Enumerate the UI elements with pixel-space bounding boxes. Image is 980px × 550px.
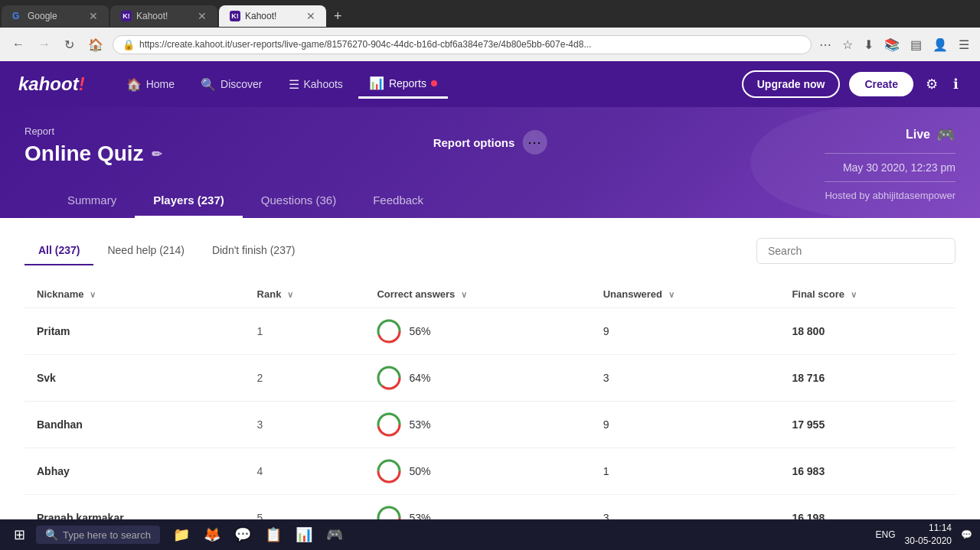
tab-bar: G Google ✕ K! Kahoot! ✕ K! Kahoot! ✕ + <box>0 0 980 28</box>
nav-bar: ← → ↻ 🏠 🔒 https://create.kahoot.it/user-… <box>0 28 980 61</box>
report-options-dots-icon: ⋯ <box>522 130 547 155</box>
table-row: Pritam 1 56% 9 18 800 <box>24 308 956 355</box>
address-bar[interactable]: 🔒 https://create.kahoot.it/user-reports/… <box>113 35 812 54</box>
filter-need-help[interactable]: Need help (214) <box>93 236 198 265</box>
tab-kahoot-2[interactable]: K! Kahoot! ✕ <box>219 5 326 27</box>
correct-pct-1: 64% <box>409 372 430 384</box>
taskbar-app-zoom[interactable]: 💬 <box>229 521 256 548</box>
home-icon: 🏠 <box>126 77 142 92</box>
nav-kahoots[interactable]: ☰ Kahoots <box>278 71 354 98</box>
cell-correct-0: 56% <box>364 308 590 355</box>
unanswered-sort-icon: ∨ <box>668 290 675 299</box>
nav-reports[interactable]: 📊 Reports <box>358 70 448 99</box>
settings-button[interactable]: ⚙ <box>923 73 941 96</box>
tab-google-title: Google <box>28 11 84 21</box>
col-unanswered[interactable]: Unanswered ∨ <box>591 281 780 308</box>
sidebar-button[interactable]: ▤ <box>907 34 925 55</box>
live-text: Live <box>906 128 930 142</box>
extensions-button[interactable]: ⋯ <box>816 34 835 55</box>
nav-links: 🏠 Home 🔍 Discover ☰ Kahoots 📊 Reports <box>116 70 742 99</box>
col-rank[interactable]: Rank ∨ <box>245 281 365 308</box>
forward-button[interactable]: → <box>34 34 55 54</box>
taskbar-app-powerpoint[interactable]: 📊 <box>290 521 318 548</box>
correct-pct-0: 56% <box>409 325 430 337</box>
donut-chart-1 <box>377 366 401 390</box>
reading-list-button[interactable]: 📚 <box>881 34 903 55</box>
cell-score-3: 16 983 <box>779 448 956 495</box>
upgrade-button[interactable]: Upgrade now <box>742 70 841 98</box>
filter-didnt-finish[interactable]: Didn't finish (237) <box>198 236 309 265</box>
edit-icon[interactable]: ✏ <box>152 147 162 161</box>
taskbar-search[interactable]: 🔍 Type here to search <box>36 526 160 544</box>
score-sort-icon: ∨ <box>851 290 857 299</box>
reports-badge <box>431 80 437 86</box>
nav-home[interactable]: 🏠 Home <box>116 71 185 98</box>
back-button[interactable]: ← <box>8 34 29 54</box>
table-row: Abhay 4 50% 1 16 983 <box>24 448 956 495</box>
cell-score-2: 17 955 <box>779 402 956 448</box>
cell-unanswered-2: 9 <box>591 402 780 448</box>
search-input[interactable] <box>756 238 956 264</box>
taskbar-search-text: Type here to search <box>63 529 151 541</box>
home-button[interactable]: 🏠 <box>83 34 108 55</box>
refresh-button[interactable]: ↻ <box>60 34 79 55</box>
report-options-button[interactable]: Report options ⋯ <box>433 130 547 155</box>
kahoots-icon: ☰ <box>289 77 299 92</box>
content-area: All (237) Need help (214) Didn't finish … <box>0 218 980 550</box>
nav-home-label: Home <box>146 78 175 90</box>
filter-tabs: All (237) Need help (214) Didn't finish … <box>24 236 309 265</box>
table-row: Bandhan 3 53% 9 17 955 <box>24 402 956 448</box>
tab-kahoot-1[interactable]: K! Kahoot! ✕ <box>110 5 217 27</box>
col-correct[interactable]: Correct answers ∨ <box>364 281 590 308</box>
downloads-button[interactable]: ⬇ <box>861 34 877 55</box>
taskbar-right: ENG 11:14 30-05-2020 💬 <box>876 522 972 548</box>
tab-kahoot2-favicon: K! <box>230 11 240 21</box>
report-title-text: Online Quiz <box>24 142 144 166</box>
tab-google[interactable]: G Google ✕ <box>2 5 109 27</box>
taskbar-time-value: 11:14 <box>905 522 952 535</box>
cell-rank-1: 2 <box>245 355 365 402</box>
new-tab-button[interactable]: + <box>326 8 350 24</box>
table-header: Nickname ∨ Rank ∨ Correct answers ∨ Unan… <box>24 281 956 308</box>
cell-nickname-3: Abhay <box>24 448 245 495</box>
col-score[interactable]: Final score ∨ <box>779 281 956 308</box>
taskbar-app-firefox[interactable]: 🦊 <box>198 521 226 548</box>
players-table: Nickname ∨ Rank ∨ Correct answers ∨ Unan… <box>24 281 956 550</box>
create-button[interactable]: Create <box>849 72 913 96</box>
tab-kahoot2-title: Kahoot! <box>245 11 302 21</box>
start-button[interactable]: ⊞ <box>8 523 31 546</box>
cell-correct-1: 64% <box>364 355 590 402</box>
players-table-body: Pritam 1 56% 9 18 800 Svk 2 <box>24 308 956 551</box>
tab-questions[interactable]: Questions (36) <box>243 184 354 218</box>
tab-feedback[interactable]: Feedback <box>354 184 442 218</box>
filter-bar: All (237) Need help (214) Didn't finish … <box>24 236 956 265</box>
filter-all[interactable]: All (237) <box>24 236 93 265</box>
tab-kahoot1-title: Kahoot! <box>136 11 193 21</box>
menu-button[interactable]: ☰ <box>956 34 972 55</box>
info-button[interactable]: ℹ <box>950 73 962 96</box>
report-date: May 30 2020, 12:23 pm <box>825 161 956 174</box>
tab-kahoot1-close[interactable]: ✕ <box>198 10 207 22</box>
tab-summary[interactable]: Summary <box>49 184 135 218</box>
cell-score-0: 18 800 <box>779 308 956 355</box>
tab-kahoot2-close[interactable]: ✕ <box>306 10 315 22</box>
taskbar-app-extra[interactable]: 🎮 <box>321 521 348 548</box>
nav-actions: ⋯ ☆ ⬇ 📚 ▤ 👤 ☰ <box>816 34 972 55</box>
tab-google-close[interactable]: ✕ <box>89 10 98 22</box>
nav-discover[interactable]: 🔍 Discover <box>190 71 273 98</box>
report-tabs: Summary Players (237) Questions (36) Fee… <box>24 184 956 218</box>
table-row: Svk 2 64% 3 18 716 <box>24 355 956 402</box>
app-header: kahoot! 🏠 Home 🔍 Discover ☰ Kahoots 📊 Re… <box>0 61 980 107</box>
report-options-label: Report options <box>433 136 515 149</box>
tab-players[interactable]: Players (237) <box>135 184 243 218</box>
browser-chrome: G Google ✕ K! Kahoot! ✕ K! Kahoot! ✕ + ←… <box>0 0 980 61</box>
discover-icon: 🔍 <box>201 77 216 92</box>
bookmark-button[interactable]: ☆ <box>839 34 856 55</box>
cell-rank-0: 1 <box>245 308 365 355</box>
taskbar-app-explorer[interactable]: 📁 <box>168 521 195 548</box>
notification-icon[interactable]: 💬 <box>961 529 972 540</box>
col-nickname[interactable]: Nickname ∨ <box>24 281 245 308</box>
taskbar-app-files[interactable]: 📋 <box>260 521 287 548</box>
live-emoji-icon: 🎮 <box>936 125 956 144</box>
account-button[interactable]: 👤 <box>929 34 951 55</box>
